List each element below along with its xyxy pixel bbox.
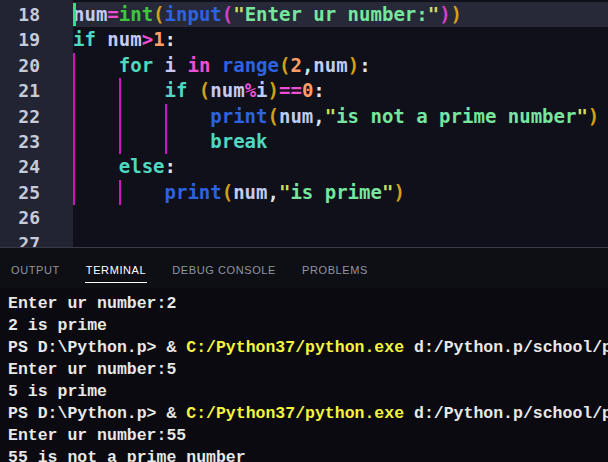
- code-line[interactable]: 18num=int(input("Enter ur number:")): [0, 2, 608, 27]
- terminal-output[interactable]: Enter ur number:22 is primePS D:\Python.…: [0, 288, 608, 462]
- indent-guide: [165, 104, 167, 129]
- code-token: if: [73, 28, 96, 50]
- code-token: 2: [290, 54, 301, 76]
- line-number: 27: [0, 231, 73, 247]
- terminal-text-segment: C:/Python37/python.exe: [186, 404, 404, 423]
- code-line-content: print(num,"is prime"): [73, 180, 608, 205]
- indent-guide: [119, 104, 121, 129]
- code-token: int: [119, 3, 153, 25]
- vscode-window: 18num=int(input("Enter ur number:"))19if…: [0, 0, 608, 462]
- terminal-text-segment: Enter ur number:2: [8, 294, 176, 313]
- code-token: [153, 54, 164, 76]
- indent-guide: [119, 78, 121, 103]
- code-token: [176, 54, 187, 76]
- code-line[interactable]: 23 break: [0, 129, 608, 154]
- code-line-content: if num>1:: [73, 27, 608, 52]
- panel-tab-bar: OUTPUTTERMINALDEBUG CONSOLEPROBLEMS: [0, 248, 608, 288]
- line-number: 24: [0, 154, 73, 179]
- code-token: ): [588, 105, 599, 127]
- indent-guide: [73, 129, 75, 154]
- code-token: [73, 155, 119, 177]
- code-token: i: [165, 54, 176, 76]
- code-token: [96, 28, 107, 50]
- terminal-text-segment: Enter ur number:5: [8, 360, 176, 379]
- terminal-text-segment: d:/Python.p/school/p: [404, 404, 608, 423]
- code-token: :: [165, 28, 176, 50]
- code-token: (: [279, 54, 290, 76]
- panel-tab-debug-console[interactable]: DEBUG CONSOLE: [171, 254, 277, 283]
- bottom-panel: OUTPUTTERMINALDEBUG CONSOLEPROBLEMS Ente…: [0, 247, 608, 462]
- code-token: else: [119, 155, 165, 177]
- terminal-line: 5 is prime: [8, 381, 608, 403]
- code-line[interactable]: 21 if (num%i)==0:: [0, 78, 608, 103]
- code-token: 1: [153, 28, 164, 50]
- code-token: num: [233, 181, 267, 203]
- code-line-content: print(num,"is not a prime number"): [73, 104, 608, 129]
- code-line[interactable]: 26: [0, 205, 608, 230]
- code-line-content: num=int(input("Enter ur number:")): [73, 2, 608, 27]
- code-token: :: [165, 155, 176, 177]
- indent-guide: [73, 78, 75, 103]
- code-token: ): [439, 3, 450, 25]
- code-token: ,: [313, 105, 324, 127]
- indent-guide: [73, 154, 75, 179]
- code-token: (: [222, 3, 233, 25]
- code-token: [73, 54, 119, 76]
- code-line-content: for i in range(2,num):: [73, 53, 608, 78]
- code-token: ): [268, 79, 279, 101]
- terminal-text-segment: C:/Python37/python.exe: [186, 338, 404, 357]
- code-token: :: [313, 79, 324, 101]
- code-token: break: [210, 130, 267, 152]
- code-token: ==: [279, 79, 302, 101]
- line-number: 18: [0, 2, 73, 27]
- code-token: range: [222, 54, 279, 76]
- indent-guide: [119, 180, 121, 205]
- code-line[interactable]: 20 for i in range(2,num):: [0, 53, 608, 78]
- line-number: 19: [0, 27, 73, 52]
- code-token: [73, 130, 210, 152]
- code-token: in: [187, 54, 210, 76]
- code-token: :: [359, 54, 370, 76]
- code-token: num: [279, 105, 313, 127]
- terminal-line: 2 is prime: [8, 315, 608, 337]
- code-token: is not a prime number: [336, 105, 576, 127]
- terminal-text-segment: 2 is prime: [8, 316, 107, 335]
- code-token: =: [107, 3, 118, 25]
- code-line[interactable]: 22 print(num,"is not a prime number"): [0, 104, 608, 129]
- code-token: Enter ur number:: [245, 3, 428, 25]
- code-token: ": [233, 3, 244, 25]
- code-token: ": [382, 181, 393, 203]
- code-line[interactable]: 25 print(num,"is prime"): [0, 180, 608, 205]
- terminal-line: PS D:\Python.p> & C:/Python37/python.exe…: [8, 403, 608, 425]
- terminal-text-segment: PS D:\Python.p> &: [8, 338, 186, 357]
- code-token: [210, 54, 221, 76]
- code-editor[interactable]: 18num=int(input("Enter ur number:"))19if…: [0, 0, 608, 247]
- code-line[interactable]: 24 else:: [0, 154, 608, 179]
- terminal-line: Enter ur number:2: [8, 293, 608, 315]
- code-token: num: [73, 3, 107, 25]
- code-line[interactable]: 27: [0, 231, 608, 247]
- code-token: (: [267, 105, 278, 127]
- panel-tab-terminal[interactable]: TERMINAL: [85, 254, 147, 283]
- code-line-content: break: [73, 129, 608, 154]
- panel-tab-output[interactable]: OUTPUT: [10, 254, 61, 283]
- panel-tab-problems[interactable]: PROBLEMS: [301, 254, 369, 283]
- code-token: num: [107, 28, 141, 50]
- indent-guide: [165, 129, 167, 154]
- code-lines: 18num=int(input("Enter ur number:"))19if…: [0, 2, 608, 247]
- code-token: if: [165, 79, 188, 101]
- terminal-text-segment: 55 is not a prime number: [8, 448, 246, 462]
- code-line-content: [73, 231, 608, 247]
- code-token: ,: [302, 54, 313, 76]
- terminal-line: Enter ur number:5: [8, 359, 608, 381]
- code-token: ": [428, 3, 439, 25]
- indent-guide: [73, 53, 75, 78]
- code-token: print: [210, 105, 267, 127]
- code-token: ): [393, 181, 404, 203]
- terminal-text-segment: d:/Python.p/school/p: [404, 338, 608, 357]
- code-token: [187, 79, 198, 101]
- code-token: for: [119, 54, 153, 76]
- text-cursor: [73, 3, 76, 26]
- code-line[interactable]: 19if num>1:: [0, 27, 608, 52]
- code-token: >: [142, 28, 153, 50]
